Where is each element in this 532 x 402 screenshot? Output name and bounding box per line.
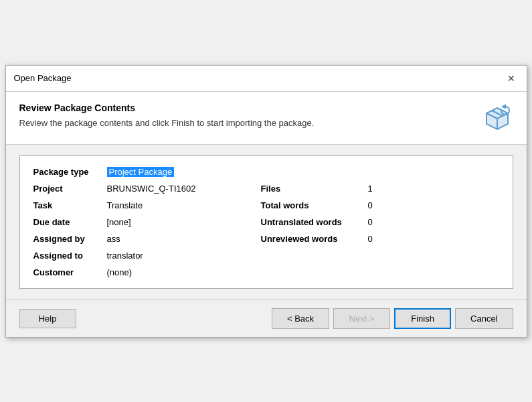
package-type-label: Package type [33,167,107,177]
table-row: Assigned by ass Unreviewed words 0 [33,234,499,244]
files-value: 1 [368,184,373,194]
table-row: Due date [none] Untranslated words 0 [33,217,499,227]
package-icon [481,103,513,135]
close-button[interactable]: ✕ [504,71,519,86]
customer-value: (none) [107,267,132,277]
total-words-label: Total words [261,200,368,210]
open-package-dialog: Open Package ✕ Review Package Contents R… [5,65,527,338]
footer-right: < Back Next > Finish Cancel [272,308,513,329]
total-words-value: 0 [368,200,373,210]
footer: Help < Back Next > Finish Cancel [6,299,527,337]
project-value: BRUNSWIC_Q-TI1602 [107,184,196,194]
header-description: Review the package contents and click Fi… [19,117,315,129]
svg-marker-5 [503,105,505,108]
package-table: Package type Project Package Project BRU… [19,155,513,289]
assigned-by-label: Assigned by [33,234,107,244]
table-row: Project BRUNSWIC_Q-TI1602 Files 1 [33,184,499,194]
help-button[interactable]: Help [19,309,76,328]
task-label: Task [33,200,107,210]
files-label: Files [261,184,368,194]
assigned-to-value: translator [107,251,143,261]
header-text: Review Package Contents Review the packa… [19,103,315,129]
dialog-title: Open Package [14,73,72,83]
due-date-value: [none] [107,217,131,227]
table-row: Customer (none) [33,267,499,277]
customer-label: Customer [33,267,107,277]
assigned-to-label: Assigned to [33,251,107,261]
unreviewed-words-value: 0 [368,234,373,244]
header-heading: Review Package Contents [19,103,315,113]
footer-left: Help [19,309,76,328]
back-button[interactable]: < Back [272,308,329,329]
untranslated-words-value: 0 [368,217,373,227]
unreviewed-words-label: Unreviewed words [261,234,368,244]
next-button[interactable]: Next > [333,308,390,329]
title-bar: Open Package ✕ [6,66,527,92]
cancel-button[interactable]: Cancel [455,308,513,329]
header-section: Review Package Contents Review the packa… [6,92,527,145]
finish-button[interactable]: Finish [394,308,451,329]
table-row: Task Translate Total words 0 [33,200,499,210]
task-value: Translate [107,200,143,210]
assigned-by-value: ass [107,234,120,244]
table-row: Package type Project Package [33,167,499,177]
content-area: Package type Project Package Project BRU… [6,145,527,299]
table-row: Assigned to translator [33,251,499,261]
due-date-label: Due date [33,217,107,227]
untranslated-words-label: Untranslated words [261,217,368,227]
package-type-value: Project Package [107,167,175,177]
project-label: Project [33,184,107,194]
